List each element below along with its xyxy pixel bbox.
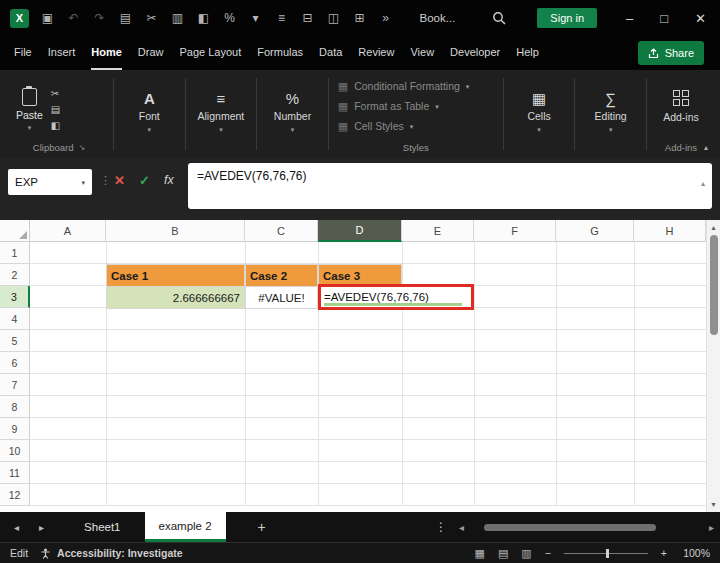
tab-formulas[interactable]: Formulas — [257, 36, 303, 70]
cell-styles-button[interactable]: ▦ Cell Styles ▾ — [338, 120, 500, 133]
vertical-scrollbar[interactable]: ▴ ▾ — [706, 220, 720, 512]
cancel-entry-button[interactable]: ✕ — [114, 173, 125, 188]
collapse-formula-bar-icon[interactable]: ▴ — [701, 179, 705, 188]
cell-b2[interactable]: Case 1 — [106, 264, 245, 287]
row-header-10[interactable]: 10 — [0, 440, 30, 462]
sheet-tab-sheet1[interactable]: Sheet1 — [70, 512, 134, 542]
new-sheet-button[interactable]: + — [258, 512, 266, 542]
camera-icon[interactable]: ◫ — [326, 11, 341, 25]
zoom-in-button[interactable]: + — [661, 547, 667, 559]
name-box-caret-icon[interactable]: ▾ — [81, 179, 85, 186]
excel-logo-icon[interactable]: X — [10, 9, 29, 28]
enter-entry-button[interactable]: ✓ — [139, 173, 150, 188]
number-group-button[interactable]: % Number ▾ — [260, 70, 325, 158]
copy-button[interactable]: ▤ — [51, 104, 60, 115]
column-header-e[interactable]: E — [402, 220, 474, 242]
select-all-corner[interactable] — [0, 220, 30, 242]
close-button[interactable]: ✕ — [695, 11, 706, 26]
accessibility-checker-button[interactable]: Accessibility: Investigate — [40, 547, 182, 559]
tab-file[interactable]: File — [14, 36, 32, 70]
tab-data[interactable]: Data — [319, 36, 342, 70]
column-header-b[interactable]: B — [106, 220, 245, 242]
row-header-12[interactable]: 12 — [0, 484, 30, 506]
row-header-5[interactable]: 5 — [0, 330, 30, 352]
collapse-ribbon-icon[interactable]: ▴ — [704, 143, 708, 152]
row-header-2[interactable]: 2 — [0, 264, 30, 286]
clipboard-dialog-launcher-icon[interactable]: ↘ — [78, 143, 85, 152]
row-header-3[interactable]: 3 — [0, 286, 30, 308]
next-sheet-icon[interactable]: ▸ — [39, 522, 44, 533]
formula-input[interactable]: =AVEDEV(76,76,76) ▴ — [188, 163, 712, 209]
tab-page-layout[interactable]: Page Layout — [179, 36, 241, 70]
tab-draw[interactable]: Draw — [138, 36, 164, 70]
scroll-down-icon[interactable]: ▾ — [707, 500, 720, 509]
column-header-g[interactable]: G — [556, 220, 634, 242]
table-icon[interactable]: ⊞ — [352, 11, 367, 25]
document-icon[interactable]: ≡ — [274, 11, 289, 25]
conditional-formatting-button[interactable]: ▦ Conditional Formatting ▾ — [338, 80, 500, 93]
format-painter-button[interactable]: ◧ — [51, 120, 60, 131]
tab-insert[interactable]: Insert — [48, 36, 76, 70]
zoom-slider[interactable] — [564, 548, 648, 559]
clipboard-icon[interactable]: ▤ — [118, 11, 133, 25]
tab-view[interactable]: View — [410, 36, 434, 70]
row-header-1[interactable]: 1 — [0, 242, 30, 264]
page-layout-view-icon[interactable]: ▤ — [498, 547, 508, 560]
font-group-button[interactable]: A Font ▾ — [117, 70, 182, 158]
alignment-group-button[interactable]: ≡ Alignment ▾ — [189, 70, 254, 158]
scroll-right-icon[interactable]: ▸ — [709, 522, 714, 533]
tab-developer[interactable]: Developer — [450, 36, 500, 70]
search-icon[interactable] — [492, 11, 506, 25]
cells-group-button[interactable]: ▦ Cells ▾ — [507, 70, 572, 158]
column-header-c[interactable]: C — [245, 220, 318, 242]
horizontal-scrollbar[interactable]: ◂ ▸ — [459, 512, 714, 542]
column-header-a[interactable]: A — [30, 220, 106, 242]
tab-home[interactable]: Home — [91, 36, 122, 70]
format-painter-icon[interactable]: ◧ — [196, 11, 211, 25]
column-header-d[interactable]: D — [318, 220, 402, 242]
sign-in-button[interactable]: Sign in — [537, 8, 597, 28]
cell-c2[interactable]: Case 2 — [245, 264, 318, 287]
row-header-9[interactable]: 9 — [0, 418, 30, 440]
cell-d3-editing[interactable]: =AVEDEV(76,76,76) — [318, 284, 474, 310]
share-button[interactable]: Share — [638, 41, 704, 65]
format-as-table-button[interactable]: ▦ Format as Table ▾ — [338, 100, 500, 113]
row-header-4[interactable]: 4 — [0, 308, 30, 330]
column-header-h[interactable]: H — [634, 220, 706, 242]
vertical-scrollbar-thumb[interactable] — [710, 235, 718, 335]
zoom-level[interactable]: 100% — [680, 547, 710, 559]
maximize-button[interactable]: □ — [660, 11, 668, 26]
chevron-down-icon[interactable]: ▾ — [248, 11, 263, 25]
name-box[interactable]: EXP ▾ — [8, 169, 92, 195]
minimize-button[interactable]: – — [626, 11, 633, 26]
normal-view-icon[interactable]: ▦ — [475, 547, 485, 560]
horizontal-scrollbar-thumb[interactable] — [484, 524, 656, 531]
percent-icon[interactable]: % — [222, 11, 237, 25]
undo-icon[interactable]: ↶ — [66, 11, 81, 25]
save-icon[interactable]: ▣ — [40, 11, 55, 25]
merge-icon[interactable]: ⊟ — [300, 11, 315, 25]
cut-button[interactable]: ✂ — [51, 88, 60, 99]
scroll-left-icon[interactable]: ◂ — [459, 522, 464, 533]
page-break-view-icon[interactable]: ▥ — [521, 547, 531, 560]
scroll-up-icon[interactable]: ▴ — [707, 223, 720, 232]
picture-icon[interactable]: ▥ — [170, 11, 185, 25]
row-header-6[interactable]: 6 — [0, 352, 30, 374]
insert-function-button[interactable]: fx — [164, 173, 174, 187]
zoom-out-button[interactable]: − — [545, 547, 551, 559]
row-header-11[interactable]: 11 — [0, 462, 30, 484]
more-commands-icon[interactable]: » — [378, 11, 393, 25]
redo-icon[interactable]: ↷ — [92, 11, 107, 25]
row-header-8[interactable]: 8 — [0, 396, 30, 418]
paste-button[interactable]: Paste ▾ — [16, 88, 43, 131]
cut-icon[interactable]: ✂ — [144, 11, 159, 25]
zoom-slider-thumb[interactable] — [606, 549, 609, 558]
cell-c3[interactable]: #VALUE! — [245, 286, 318, 309]
tab-help[interactable]: Help — [516, 36, 539, 70]
row-header-7[interactable]: 7 — [0, 374, 30, 396]
cell-b3[interactable]: 2.666666667 — [106, 286, 245, 309]
column-header-f[interactable]: F — [474, 220, 556, 242]
sheet-options-icon[interactable]: ⋮ — [435, 512, 447, 542]
tab-review[interactable]: Review — [358, 36, 394, 70]
editing-group-button[interactable]: ∑ Editing ▾ — [578, 70, 643, 158]
